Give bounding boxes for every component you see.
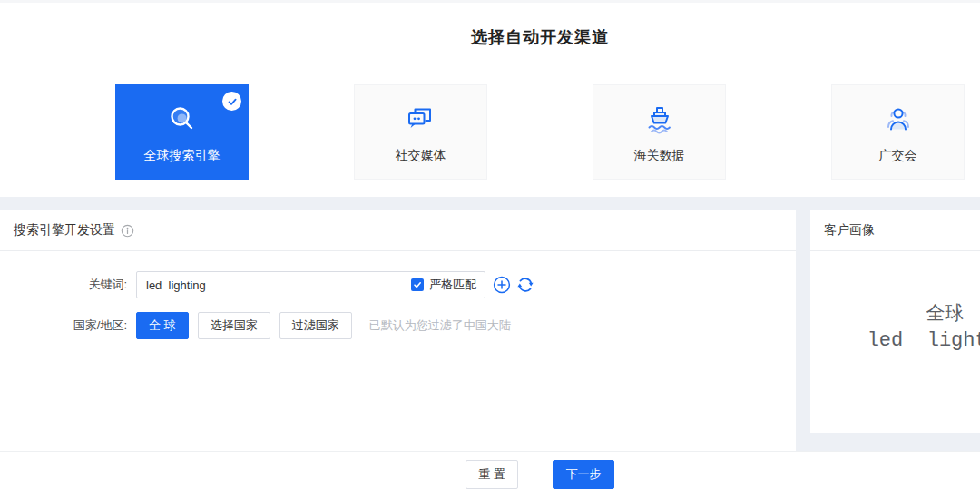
- panel-gutter: [796, 210, 810, 451]
- customer-portrait-panel: 客户画像 全球 led lighting: [810, 210, 980, 433]
- keyword-cloud: 全球 led lighting: [810, 300, 980, 352]
- strict-match-toggle[interactable]: 严格匹配: [411, 277, 485, 293]
- content-area: 搜索引擎开发设置 关键词:: [0, 210, 980, 451]
- refresh-keyword-button[interactable]: [516, 276, 534, 294]
- search-icon: [164, 100, 201, 140]
- cloud-word: 全球: [810, 300, 980, 326]
- settings-panel-header: 搜索引擎开发设置: [0, 210, 796, 251]
- reset-button[interactable]: 重 置: [466, 460, 518, 489]
- add-keyword-button[interactable]: [493, 276, 511, 294]
- region-option-global[interactable]: 全 球: [136, 312, 189, 339]
- region-label: 国家/地区:: [0, 317, 136, 334]
- next-step-button[interactable]: 下一步: [553, 460, 614, 489]
- channel-card-canton-fair[interactable]: 广交会: [831, 84, 965, 180]
- plus-circle-icon: [493, 276, 511, 294]
- section-divider-band: [0, 197, 980, 210]
- channel-label: 广交会: [879, 148, 917, 164]
- region-option-select-country[interactable]: 选择国家: [198, 312, 270, 339]
- cloud-word: led lighting: [810, 329, 980, 352]
- strict-match-checkbox[interactable]: [411, 278, 424, 291]
- keyword-label: 关键词:: [0, 277, 136, 293]
- channel-card-customs-data[interactable]: 海关数据: [593, 84, 726, 180]
- keyword-input-box[interactable]: 严格匹配: [136, 271, 485, 298]
- strict-match-label: 严格匹配: [429, 277, 476, 293]
- people-icon: [880, 100, 916, 140]
- channel-label: 社交媒体: [396, 148, 446, 164]
- page: 选择自动开发渠道 全球搜索引擎: [0, 0, 980, 497]
- channel-label: 全球搜索引擎: [144, 148, 220, 164]
- check-icon: [227, 96, 238, 107]
- channel-label: 海关数据: [634, 148, 685, 164]
- region-filter-hint: 已默认为您过滤了中国大陆: [369, 317, 511, 334]
- selected-check-badge: [222, 92, 241, 111]
- right-column: 客户画像 全球 led lighting: [810, 210, 980, 451]
- channel-cards-row: 全球搜索引擎 社交媒体: [115, 84, 980, 180]
- search-settings-panel: 搜索引擎开发设置 关键词:: [0, 210, 796, 451]
- page-title: 选择自动开发渠道: [0, 3, 980, 61]
- footer-action-bar: 重 置 下一步: [0, 451, 980, 497]
- settings-header-label: 搜索引擎开发设置: [14, 222, 115, 239]
- refresh-icon: [516, 276, 534, 294]
- ship-icon: [642, 100, 678, 140]
- channel-card-global-search[interactable]: 全球搜索引擎: [115, 84, 249, 180]
- region-row: 国家/地区: 全 球 选择国家 过滤国家 已默认为您过滤了中国大陆: [0, 312, 796, 339]
- info-icon[interactable]: [121, 224, 134, 238]
- region-option-filter-country[interactable]: 过滤国家: [279, 312, 352, 339]
- keyword-row: 关键词: 严格匹配: [0, 271, 796, 298]
- channel-card-social-media[interactable]: 社交媒体: [354, 84, 487, 180]
- chat-icon: [404, 100, 438, 140]
- keyword-input[interactable]: [146, 278, 411, 292]
- portrait-header-label: 客户画像: [824, 222, 875, 239]
- portrait-panel-header: 客户画像: [810, 210, 980, 251]
